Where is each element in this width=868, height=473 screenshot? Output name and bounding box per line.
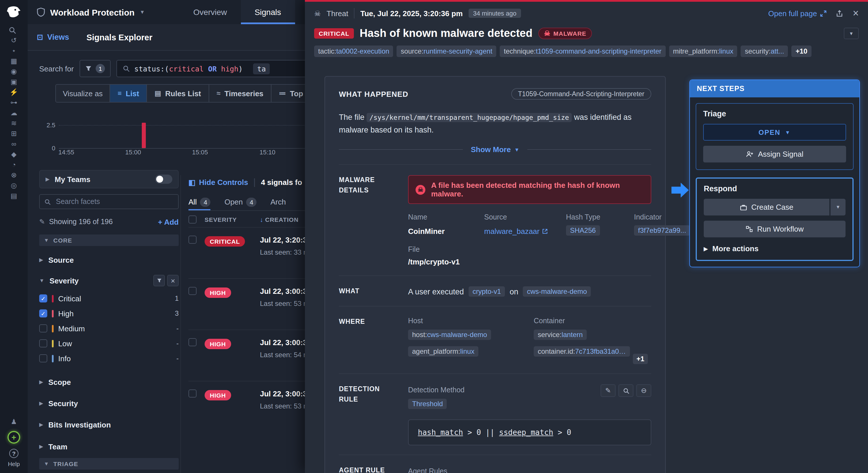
visualize-rules-list-button[interactable]: ▤ Rules List [147,85,209,102]
tag[interactable]: tactic:ta0002-execution [314,45,393,57]
technique-pill[interactable]: T1059-Command-And-Scripting-Interpreter [511,88,651,100]
logs-icon[interactable]: ≋ [9,120,19,127]
product-switcher[interactable]: Workload Protection ▼ [37,7,145,17]
search-icon[interactable] [9,27,19,34]
facet-group-triage[interactable]: ▼ TRIAGE [39,458,179,470]
more-tags-badge[interactable]: +1 [633,354,648,364]
severity-option-critical[interactable]: ✓ Critical 1 [39,291,179,306]
my-teams-toggle[interactable] [155,175,172,184]
select-all-checkbox[interactable] [188,216,196,224]
facet-group-core[interactable]: ▼ CORE [39,234,179,246]
checkbox-unchecked[interactable] [39,339,47,347]
query-next-token[interactable]: ta [253,63,270,74]
tag[interactable]: technique:t1059-command-and-scripting-in… [500,45,665,57]
account-icon[interactable]: ♟ [9,418,19,426]
dashboards-icon[interactable]: ▦ [9,58,19,65]
filter-button[interactable]: 1 [80,60,111,77]
host-tag[interactable]: host:cws-malware-demo [408,329,491,340]
tab-open[interactable]: Open 4 [224,194,257,210]
signal-count-bar[interactable] [142,123,146,148]
host-pill[interactable]: cws-malware-demo [523,286,591,297]
history-icon[interactable]: ↺ [9,37,19,44]
checkbox-checked[interactable]: ✓ [39,294,47,303]
process-pill[interactable]: crypto-v1 [469,286,505,297]
hash-type-pill[interactable]: SHA256 [566,225,600,235]
share-icon[interactable] [836,9,843,17]
more-actions-button[interactable]: ▶ More actions [704,244,845,253]
malware-source-link[interactable]: malware_bazaar [484,227,560,235]
notebooks-icon[interactable]: ▣ [9,78,19,86]
severity-option-low[interactable]: Low - [39,336,179,351]
visualize-timeseries-button[interactable]: ≈ Timeseries [209,85,271,102]
indicator-pill[interactable]: f3f7eb972a99... [634,225,690,235]
show-more-button[interactable]: Show More ▼ [471,145,520,154]
actions-icon[interactable]: ⚡ [9,89,19,96]
infrastructure-icon[interactable]: ☁ [9,109,19,117]
facet-bits-investigation[interactable]: ▶ Bits Investigation [39,418,179,432]
status-open-dropdown[interactable]: OPEN ▼ [703,124,846,140]
synthetics-icon[interactable]: ◔ [9,161,19,169]
disable-rule-icon[interactable]: ⊖ [636,384,651,397]
edit-facets-icon[interactable]: ✎ [39,218,45,226]
add-new-icon[interactable]: + [7,431,20,444]
row-checkbox[interactable] [188,287,196,295]
edit-rule-icon[interactable]: ✎ [600,384,616,397]
tag[interactable]: security:att... [741,45,788,57]
agent-platform-tag[interactable]: agent_platform:linux [408,346,478,357]
hide-controls-button[interactable]: ◧ Hide Controls [188,178,248,186]
visualize-list-button[interactable]: ≡ List [110,85,146,102]
checkbox-unchecked[interactable] [39,354,47,362]
create-case-button[interactable]: Create Case [704,199,829,216]
open-full-page-link[interactable]: Open full page [768,9,827,18]
tab-archived[interactable]: Arch [271,194,286,210]
tab-all[interactable]: All 4 [188,194,211,210]
profiling-icon[interactable]: ◎ [9,182,19,190]
signals-timeline-chart[interactable]: 2.5 0 14:55 15:00 15:05 15:10 [44,111,315,159]
assign-signal-button[interactable]: Assign Signal [703,146,846,162]
facet-clear-icon[interactable]: × [167,275,179,286]
watchdog-icon[interactable]: ◉ [9,68,19,75]
tag[interactable]: mitre_platform:linux [669,45,737,57]
severity-option-info[interactable]: Info - [39,351,179,366]
tag[interactable]: source:runtime-security-agent [397,45,497,57]
title-dropdown-button[interactable]: ▼ [844,28,859,39]
apm-icon[interactable]: ⊞ [9,130,19,138]
security-icon[interactable]: ◆ [9,151,19,158]
my-teams-row[interactable]: ▶ My Teams [39,170,179,188]
facet-search-input[interactable] [55,197,174,206]
checkbox-checked[interactable]: ✓ [39,309,47,317]
tab-signals[interactable]: Signals [241,0,295,24]
help-icon[interactable]: ? [9,449,19,458]
row-checkbox[interactable] [188,235,196,244]
row-checkbox[interactable] [188,338,196,346]
container-id-tag[interactable]: container.id:7c713fba31a0b... [534,346,630,357]
run-workflow-button[interactable]: Run Workflow [704,221,845,238]
ci-cd-icon[interactable]: ∞ [9,140,19,148]
add-facet-button[interactable]: + Add [158,218,179,226]
facet-team[interactable]: ▶ Team [39,440,179,453]
column-severity[interactable]: SEVERITY [205,216,252,223]
facet-filter-icon[interactable] [153,275,165,286]
facet-source[interactable]: ▶ Source [39,253,179,267]
search-rule-icon[interactable] [618,384,633,397]
column-creation[interactable]: ↓CREATION [260,216,299,223]
row-checkbox[interactable] [188,389,196,398]
tab-overview[interactable]: Overview [180,0,241,24]
datadog-logo[interactable] [6,5,22,20]
close-icon[interactable]: × [853,8,859,19]
facet-severity[interactable]: ▼ Severity × [39,274,179,287]
facet-security[interactable]: ▶ Security [39,397,179,410]
service-management-icon[interactable]: ⊶ [9,99,19,106]
service-tag[interactable]: service:lantern [534,329,587,340]
views-button[interactable]: ⊡ Views [37,33,69,41]
copilot-icon[interactable]: ⋆ [9,47,19,55]
create-case-dropdown[interactable]: ▼ [831,199,845,216]
error-tracking-icon[interactable]: ⊗ [9,172,19,179]
checkbox-unchecked[interactable] [39,324,47,333]
tags-overflow-badge[interactable]: +10 [792,45,811,57]
containers-icon[interactable]: ▤ [9,192,19,200]
facet-scope[interactable]: ▶ Scope [39,375,179,389]
help-label[interactable]: Help [8,461,20,467]
severity-option-medium[interactable]: Medium - [39,321,179,336]
detection-method-pill[interactable]: Threshold [408,399,447,409]
